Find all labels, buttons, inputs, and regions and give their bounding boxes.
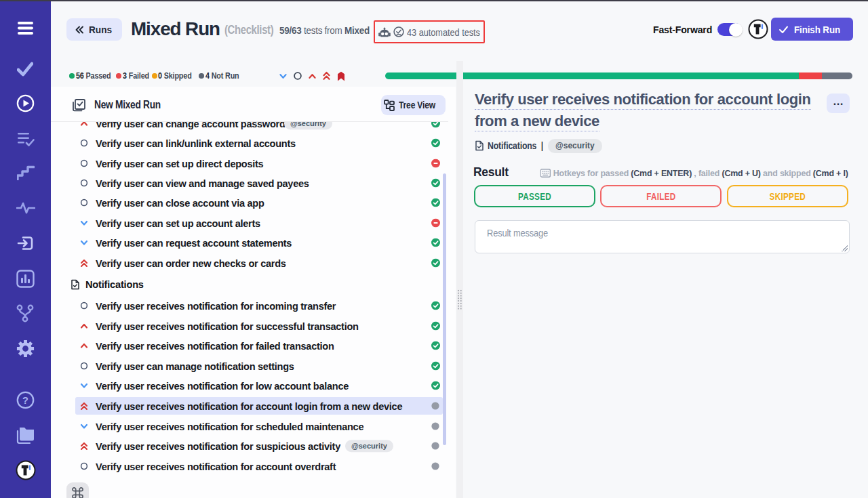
svg-text:?: ?: [22, 395, 28, 406]
